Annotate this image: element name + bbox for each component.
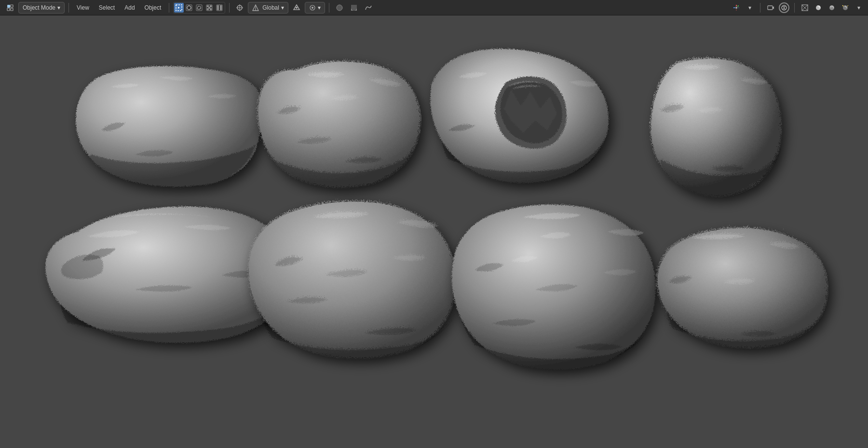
svg-point-35 <box>782 5 787 10</box>
viewport-shading-2[interactable] <box>348 2 360 14</box>
svg-point-25 <box>312 7 313 9</box>
svg-rect-3 <box>11 8 13 11</box>
shading-dropdown[interactable]: ▾ <box>854 2 864 13</box>
svg-rect-17 <box>220 5 222 10</box>
select-extra-icon[interactable] <box>215 3 224 13</box>
viewport-shading-1[interactable] <box>333 2 346 14</box>
svg-rect-0 <box>7 5 10 8</box>
svg-point-27 <box>735 7 737 9</box>
transform-label: Global <box>262 4 279 11</box>
svg-rect-33 <box>768 6 773 10</box>
viewport-origin-icon[interactable] <box>233 2 246 14</box>
svg-rect-2 <box>7 8 10 11</box>
select-mode-group <box>173 2 225 14</box>
svg-rect-1 <box>11 5 13 7</box>
separator-4 <box>329 3 329 13</box>
svg-line-32 <box>738 5 739 6</box>
menu-select[interactable]: Select <box>95 2 119 14</box>
menu-add[interactable]: Add <box>121 2 138 14</box>
mode-icon-button[interactable] <box>4 2 16 14</box>
chevron-icon: ▾ <box>57 4 60 11</box>
separator-1 <box>68 3 69 13</box>
viewport[interactable] <box>0 15 868 448</box>
select-lasso-icon[interactable] <box>194 3 204 13</box>
gizmo-dropdown[interactable]: ▾ <box>745 2 755 13</box>
curve-icon[interactable] <box>362 2 375 14</box>
svg-point-37 <box>784 6 787 9</box>
viewport-overlay-icon[interactable] <box>779 2 789 13</box>
snap-icon[interactable] <box>290 2 303 14</box>
object-mode-label: Object Mode <box>23 4 55 11</box>
select-circle-icon[interactable] <box>184 3 194 13</box>
svg-line-45 <box>842 5 843 6</box>
svg-point-23 <box>296 7 298 9</box>
sep-r1 <box>760 3 760 13</box>
svg-line-46 <box>847 5 848 6</box>
separator-3 <box>229 3 230 13</box>
shading-rendered[interactable] <box>840 2 851 13</box>
sep-r2 <box>794 3 795 13</box>
menu-object[interactable]: Object <box>141 2 165 14</box>
svg-rect-8 <box>196 5 202 11</box>
proportional-edit-dropdown[interactable]: ▾ <box>305 2 325 14</box>
svg-rect-13 <box>207 8 209 10</box>
rocks-viewport-svg <box>24 24 844 439</box>
svg-marker-5 <box>178 7 180 9</box>
transform-orientation-dropdown[interactable]: Global ▾ <box>248 2 288 14</box>
select-box-icon[interactable] <box>174 3 184 13</box>
render-camera-icon[interactable] <box>765 2 776 13</box>
svg-point-7 <box>187 6 191 10</box>
svg-point-26 <box>337 5 342 11</box>
svg-rect-16 <box>217 5 219 10</box>
toolbar-right: ▾ <box>731 2 864 13</box>
main-toolbar: Object Mode ▾ View Select Add Object <box>0 0 868 15</box>
object-mode-dropdown[interactable]: Object Mode ▾ <box>18 2 65 14</box>
shading-solid[interactable] <box>813 2 824 13</box>
gizmo-icon[interactable] <box>731 2 742 13</box>
menu-view[interactable]: View <box>73 2 93 14</box>
shading-wireframe[interactable] <box>800 2 810 13</box>
svg-point-43 <box>830 6 832 7</box>
separator-2 <box>169 3 169 13</box>
shading-material[interactable] <box>827 2 837 13</box>
select-checker-icon[interactable] <box>204 3 214 13</box>
svg-rect-14 <box>210 8 212 10</box>
